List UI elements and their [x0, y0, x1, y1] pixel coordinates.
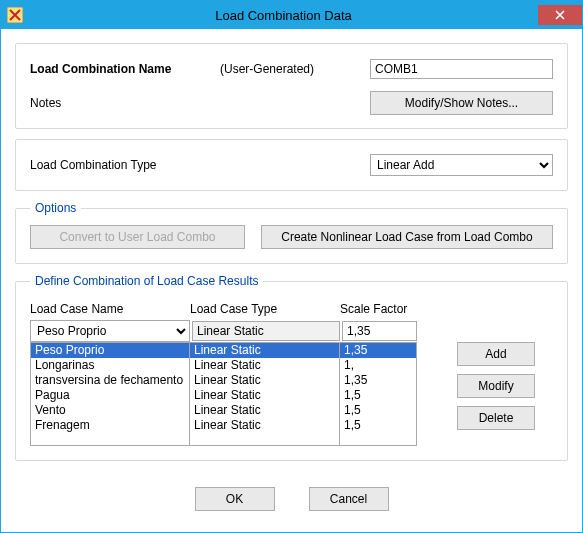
list-item[interactable]: Linear Static	[190, 373, 339, 388]
list-item[interactable]: Linear Static	[190, 388, 339, 403]
window-title: Load Combination Data	[29, 8, 538, 23]
client-area: Load Combination Name (User-Generated) N…	[1, 29, 582, 532]
modify-button[interactable]: Modify	[457, 374, 535, 398]
titlebar: Load Combination Data	[1, 1, 582, 29]
add-button[interactable]: Add	[457, 342, 535, 366]
load-case-type-readonly: Linear Static	[192, 321, 340, 341]
header-scale-factor: Scale Factor	[340, 302, 435, 316]
list-item[interactable]: Frenagem	[31, 418, 189, 433]
list-item[interactable]: Longarinas	[31, 358, 189, 373]
combo-name-input[interactable]	[370, 59, 553, 79]
cancel-button[interactable]: Cancel	[309, 487, 389, 511]
type-label: Load Combination Type	[30, 158, 370, 172]
list-item[interactable]: 1,5	[340, 403, 416, 418]
definitions-group: Define Combination of Load Case Results …	[15, 274, 568, 461]
definitions-legend: Define Combination of Load Case Results	[30, 274, 263, 288]
origin-label: (User-Generated)	[220, 62, 370, 76]
list-item[interactable]: Linear Static	[190, 343, 339, 358]
list-item[interactable]: 1,35	[340, 373, 416, 388]
list-item[interactable]: 1,	[340, 358, 416, 373]
load-case-name-select[interactable]: Peso Proprio	[30, 320, 190, 342]
list-item[interactable]: 1,5	[340, 388, 416, 403]
scale-factor-input[interactable]	[342, 321, 417, 341]
close-button[interactable]	[538, 5, 582, 25]
list-item[interactable]: Pagua	[31, 388, 189, 403]
notes-label: Notes	[30, 96, 220, 110]
list-item[interactable]: 1,5	[340, 418, 416, 433]
create-nonlinear-button[interactable]: Create Nonlinear Load Case from Load Com…	[261, 225, 553, 249]
header-load-case-type: Load Case Type	[190, 302, 340, 316]
modify-notes-button[interactable]: Modify/Show Notes...	[370, 91, 553, 115]
close-icon	[555, 10, 565, 20]
case-list[interactable]: Peso ProprioLongarinastransversina de fe…	[30, 342, 417, 446]
list-item[interactable]: Linear Static	[190, 358, 339, 373]
combo-type-select[interactable]: Linear Add	[370, 154, 553, 176]
list-item[interactable]: 1,35	[340, 343, 416, 358]
side-buttons: Add Modify Delete	[457, 320, 535, 430]
list-item[interactable]: Peso Proprio	[31, 343, 189, 358]
delete-button[interactable]: Delete	[457, 406, 535, 430]
name-label: Load Combination Name	[30, 62, 220, 76]
app-icon	[7, 7, 23, 23]
defs-headers: Load Case Name Load Case Type Scale Fact…	[30, 302, 553, 316]
dialog-buttons: OK Cancel	[15, 471, 568, 517]
options-legend: Options	[30, 201, 81, 215]
list-item[interactable]: Vento	[31, 403, 189, 418]
header-load-case-name: Load Case Name	[30, 302, 190, 316]
list-item[interactable]: Linear Static	[190, 403, 339, 418]
options-group: Options Convert to User Load Combo Creat…	[15, 201, 568, 264]
name-panel: Load Combination Name (User-Generated) N…	[15, 43, 568, 129]
ok-button[interactable]: OK	[195, 487, 275, 511]
list-item[interactable]: transversina de fechamento	[31, 373, 189, 388]
convert-user-combo-button: Convert to User Load Combo	[30, 225, 245, 249]
type-panel: Load Combination Type Linear Add	[15, 139, 568, 191]
dialog-window: Load Combination Data Load Combination N…	[0, 0, 583, 533]
list-item[interactable]: Linear Static	[190, 418, 339, 433]
